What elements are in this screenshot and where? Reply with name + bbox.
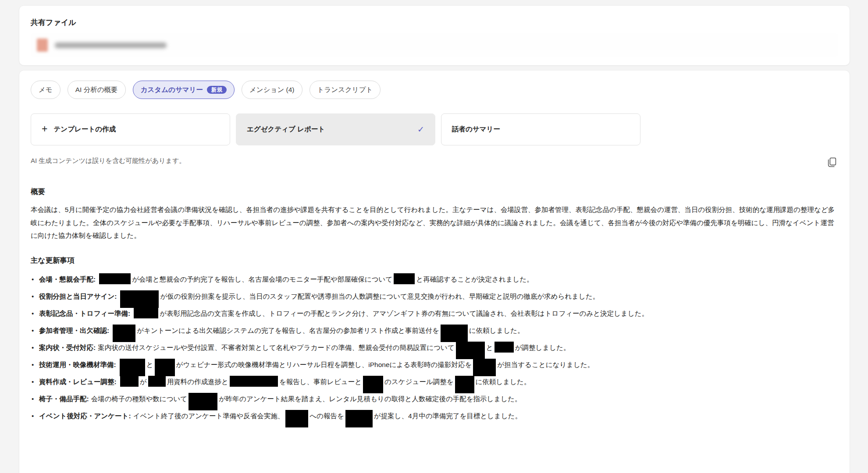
tab-memo[interactable]: メモ bbox=[31, 81, 60, 99]
redacted-name bbox=[456, 342, 485, 353]
ai-disclaimer-text: AI 生成コンテンツは誤りを含む可能性があります。 bbox=[31, 157, 185, 165]
template-option-executive-report[interactable]: エグゼクティブ レポート✓ bbox=[236, 113, 435, 145]
update-item: イベント後対応・アンケート:イベント終了後のアンケート準備や反省会実施、への報告… bbox=[31, 409, 836, 423]
update-label: 資料作成・レビュー調整: bbox=[39, 378, 117, 385]
redacted-name bbox=[285, 410, 308, 421]
summary-content: 概要 本会議は、5月に開催予定の協力会社経営者会議の準備状況を確認し、各担当者の… bbox=[31, 187, 836, 423]
recap-tab-bar: メモAI 分析の概要カスタムのサマリー新規メンション (4)トランスクリプト bbox=[31, 81, 838, 99]
redacted-name bbox=[189, 393, 217, 404]
update-item: 会場・懇親会手配:が会場と懇親会の予約完了を報告し、名古屋会場のモニター手配や部… bbox=[31, 273, 836, 286]
redacted-name bbox=[148, 376, 166, 387]
tab-label: メンション (4) bbox=[249, 85, 295, 95]
redacted-name bbox=[113, 325, 135, 335]
disclaimer-row: AI 生成コンテンツは誤りを含む可能性があります。 bbox=[31, 157, 837, 168]
shared-files-card: 共有ファイル bbox=[19, 6, 850, 65]
updates-list: 会場・懇親会手配:が会場と懇親会の予約完了を報告し、名古屋会場のモニター手配や部… bbox=[31, 273, 836, 423]
summary-template-row: + テンプレートの作成 エグゼクティブ レポート✓話者のサマリー bbox=[31, 113, 838, 145]
update-item: 案内状・受付対応:案内状の送付スケジュールや受付設置、不審者対策として名札やプラ… bbox=[31, 341, 836, 354]
plus-icon: + bbox=[42, 124, 47, 134]
meeting-recap-card: メモAI 分析の概要カスタムのサマリー新規メンション (4)トランスクリプト +… bbox=[19, 71, 850, 473]
create-template-label: テンプレートの作成 bbox=[53, 125, 116, 134]
overview-heading: 概要 bbox=[31, 187, 836, 197]
update-item: 技術運用・映像機材準備:とがウェビナー形式の映像機材準備とリハーサル日程を調整し… bbox=[31, 358, 836, 371]
update-item: 椅子・備品手配:会場の椅子の種類や数についてが昨年のアンケート結果を踏まえ、レン… bbox=[31, 392, 836, 406]
redacted-name bbox=[120, 376, 139, 387]
update-label: 案内状・受付対応: bbox=[39, 344, 96, 351]
tab-label: カスタムのサマリー bbox=[141, 85, 203, 95]
update-item: 役割分担と当日アサイン:が仮の役割分担案を提示し、当日のスタッフ配置や誘導担当の… bbox=[31, 290, 836, 303]
copy-icon bbox=[826, 157, 837, 168]
redacted-name bbox=[230, 376, 278, 387]
copy-button[interactable] bbox=[826, 157, 837, 168]
checkmark-icon: ✓ bbox=[417, 124, 424, 134]
template-option-label: 話者のサマリー bbox=[452, 125, 500, 134]
update-item: 参加者管理・出欠確認:がキントーンによる出欠確認システムの完了を報告し、名古屋分… bbox=[31, 324, 836, 337]
update-label: 椅子・備品手配: bbox=[39, 395, 89, 402]
update-label: 技術運用・映像機材準備: bbox=[39, 361, 116, 368]
pdf-file-icon bbox=[37, 39, 48, 52]
redacted-name bbox=[473, 359, 496, 370]
template-option-speaker-summary[interactable]: 話者のサマリー bbox=[441, 113, 640, 145]
overview-paragraph: 本会議は、5月に開催予定の協力会社経営者会議の準備状況を確認し、各担当者の進捗や… bbox=[31, 203, 836, 242]
redacted-name bbox=[155, 359, 175, 370]
update-item: 資料作成・レビュー調整:が用資料の作成進捗とを報告し、事前レビューとのスケジュー… bbox=[31, 375, 836, 388]
update-item: 表彰記念品・トロフィー準備:が表彰用記念品の文言案を作成し、トロフィーの手配とラ… bbox=[31, 307, 836, 320]
shared-files-title: 共有ファイル bbox=[31, 18, 838, 28]
redacted-name bbox=[120, 359, 145, 370]
updates-heading: 主な更新事項 bbox=[31, 256, 836, 265]
redacted-name bbox=[441, 325, 468, 335]
update-label: 役割分担と当日アサイン: bbox=[39, 293, 117, 300]
update-label: 表彰記念品・トロフィー準備: bbox=[39, 310, 130, 317]
tab-custom-summary[interactable]: カスタムのサマリー新規 bbox=[133, 81, 235, 99]
file-name-redacted bbox=[55, 42, 167, 48]
tab-mentions[interactable]: メンション (4) bbox=[242, 81, 302, 99]
update-label: 参加者管理・出欠確認: bbox=[39, 327, 109, 334]
redacted-name bbox=[134, 307, 158, 318]
redacted-name bbox=[120, 290, 159, 301]
template-option-label: エグゼクティブ レポート bbox=[247, 125, 325, 134]
shared-file-item[interactable] bbox=[31, 33, 838, 57]
redacted-name bbox=[99, 273, 131, 284]
create-template-button[interactable]: + テンプレートの作成 bbox=[31, 113, 230, 145]
redacted-name bbox=[455, 376, 474, 387]
update-label: イベント後対応・アンケート: bbox=[39, 412, 131, 420]
tab-label: メモ bbox=[39, 85, 53, 95]
tab-label: トランスクリプト bbox=[317, 85, 373, 95]
update-label: 会場・懇親会手配: bbox=[39, 275, 96, 283]
redacted-name bbox=[494, 342, 514, 353]
redacted-name bbox=[345, 410, 373, 421]
redacted-name bbox=[363, 376, 383, 387]
tab-transcript[interactable]: トランスクリプト bbox=[309, 81, 381, 99]
new-badge: 新規 bbox=[207, 86, 227, 94]
redacted-name bbox=[394, 273, 415, 284]
tab-label: AI 分析の概要 bbox=[75, 85, 118, 95]
tab-ai-analysis-overview[interactable]: AI 分析の概要 bbox=[68, 81, 126, 99]
